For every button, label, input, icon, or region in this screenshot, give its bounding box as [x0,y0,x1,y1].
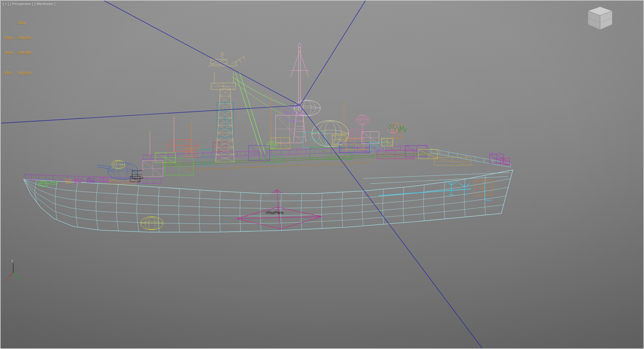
stats-row: Verts:264.938 [5,50,31,55]
axis-tripod-icon: z x y [6,258,29,282]
axis-z-label: z [11,258,13,262]
3d-viewport[interactable]: [ + ] [ Perspective ] [ Wireframe ] Tota… [0,0,644,349]
viewcube-icon[interactable] [582,5,618,35]
viewport-menu-button[interactable]: [ + ] [3,2,9,6]
fps-value: 165,814 [18,71,31,75]
axis-x-label: x [7,277,9,281]
statistics-panel: Total Polys:246.818 Verts:264.938 FPS:16… [5,11,31,86]
vrayplane-gizmo[interactable] [237,190,322,229]
viewport-label: [ + ] [ Perspective ] [ Wireframe ] [3,2,55,6]
stats-row: FPS:165,814 [5,71,31,76]
vrayplane-object-label: VRayPlane [266,211,284,214]
stats-row: Polys:246.818 [5,35,31,40]
ship-hull-wireframe[interactable] [23,170,513,232]
viewport-shading-button[interactable]: [ Wireframe ] [34,2,55,6]
stats-header-row: Total [5,20,31,25]
verts-label: Verts: [5,50,18,55]
stats-total-header: Total [18,21,25,25]
fps-label: FPS: [5,71,18,76]
polys-value: 246.818 [18,36,31,40]
axis-y-label: y [19,277,21,281]
light-target-lines[interactable] [1,1,482,348]
verts-value: 264.938 [18,51,31,55]
scene-canvas[interactable] [1,1,643,348]
viewport-view-button[interactable]: [ Perspective ] [10,2,33,6]
polys-label: Polys: [5,35,18,40]
